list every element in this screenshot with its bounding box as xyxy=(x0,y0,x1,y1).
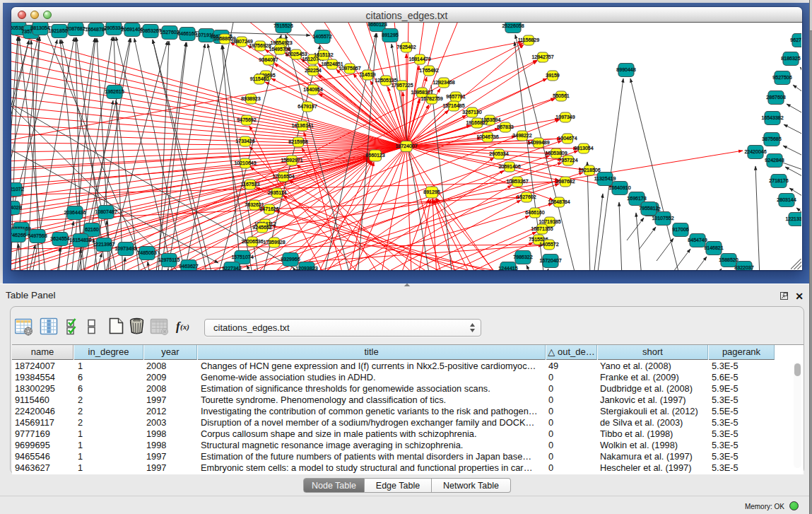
svg-text:1733426: 1733426 xyxy=(235,139,254,144)
svg-text:9227342: 9227342 xyxy=(222,266,241,270)
svg-text:9627505: 9627505 xyxy=(790,37,801,42)
svg-text:8471626: 8471626 xyxy=(259,206,278,211)
svg-text:9115460: 9115460 xyxy=(250,76,269,81)
svg-text:20206536: 20206536 xyxy=(241,239,263,244)
svg-text:7955812: 7955812 xyxy=(639,206,658,211)
svg-text:1696178: 1696178 xyxy=(627,196,646,201)
svg-text:16495798: 16495798 xyxy=(269,47,290,52)
svg-text:8660123: 8660123 xyxy=(367,23,387,27)
svg-text:12213349: 12213349 xyxy=(785,216,801,221)
svg-text:14136141: 14136141 xyxy=(291,123,313,128)
svg-text:114519: 114519 xyxy=(360,72,376,77)
svg-text:8215958: 8215958 xyxy=(288,139,307,144)
svg-text:19166827: 19166827 xyxy=(466,120,488,125)
svg-text:7357224: 7357224 xyxy=(558,158,577,163)
svg-text:20691406: 20691406 xyxy=(498,164,520,169)
svg-text:9242848: 9242848 xyxy=(765,158,784,163)
svg-text:8186325: 8186325 xyxy=(781,56,800,61)
svg-text:8813054: 8813054 xyxy=(574,146,593,151)
svg-text:3498222: 3498222 xyxy=(512,133,531,138)
svg-text:917006: 917006 xyxy=(672,227,688,232)
svg-text:2087682: 2087682 xyxy=(66,26,85,31)
svg-text:10046736: 10046736 xyxy=(476,134,498,139)
svg-text:16914479: 16914479 xyxy=(408,57,430,62)
svg-text:16640910: 16640910 xyxy=(608,185,630,190)
svg-text:8660123: 8660123 xyxy=(365,153,384,158)
svg-text:1097349: 1097349 xyxy=(555,115,575,119)
svg-text:746266: 746266 xyxy=(11,233,26,238)
svg-text:1244415: 1244415 xyxy=(498,266,517,270)
svg-text:7986322: 7986322 xyxy=(513,255,532,259)
svg-text:6466160: 6466160 xyxy=(525,210,544,215)
svg-text:2905334: 2905334 xyxy=(489,151,508,156)
svg-text:9146821: 9146821 xyxy=(704,245,723,250)
svg-text:10107552: 10107552 xyxy=(652,216,673,221)
svg-text:1527602: 1527602 xyxy=(160,30,179,35)
svg-text:1640954: 1640954 xyxy=(303,87,322,92)
svg-text:20364436: 20364436 xyxy=(64,210,86,215)
svg-text:1588520: 1588520 xyxy=(719,257,738,262)
svg-text:10975867: 10975867 xyxy=(339,66,360,71)
svg-text:8938923: 8938923 xyxy=(241,96,260,101)
svg-text:2718176: 2718176 xyxy=(769,178,788,183)
svg-text:9527506: 9527506 xyxy=(772,75,792,80)
svg-text:891295: 891295 xyxy=(382,33,398,37)
svg-text:3875685: 3875685 xyxy=(762,136,781,141)
svg-text:10807487: 10807487 xyxy=(95,209,117,214)
svg-text:891295: 891295 xyxy=(423,189,440,194)
svg-text:3624554: 3624554 xyxy=(50,236,69,241)
svg-text:16053809: 16053809 xyxy=(545,151,567,156)
svg-text:16648784: 16648784 xyxy=(548,199,570,204)
svg-text:16782759: 16782759 xyxy=(420,96,442,101)
svg-text:12505135: 12505135 xyxy=(375,78,396,83)
svg-text:15720407: 15720407 xyxy=(539,258,561,263)
svg-text:39159: 39159 xyxy=(546,73,560,78)
svg-text:10719185: 10719185 xyxy=(539,219,560,224)
svg-text:15716485: 15716485 xyxy=(442,103,464,108)
svg-text:10025453: 10025453 xyxy=(285,52,307,57)
svg-text:550561: 550561 xyxy=(553,93,569,98)
svg-text:3267130: 3267130 xyxy=(462,110,481,115)
svg-text:8990448: 8990448 xyxy=(616,67,635,72)
svg-text:6497568: 6497568 xyxy=(28,233,47,238)
svg-text:2935114: 2935114 xyxy=(268,190,287,195)
svg-text:17016504: 17016504 xyxy=(272,174,294,179)
svg-text:22420046: 22420046 xyxy=(744,149,766,154)
svg-text:15692971: 15692971 xyxy=(281,158,302,163)
svg-text:1621072: 1621072 xyxy=(11,187,24,192)
svg-text:8454749: 8454749 xyxy=(688,238,707,243)
svg-text:19756928: 19756928 xyxy=(249,43,271,48)
svg-text:8813054: 8813054 xyxy=(30,25,49,30)
svg-text:11156829: 11156829 xyxy=(518,37,539,42)
svg-text:10853267: 10853267 xyxy=(139,28,161,33)
svg-text:12213967: 12213967 xyxy=(93,242,114,247)
svg-text:867833: 867833 xyxy=(497,124,513,129)
svg-text:7625402: 7625402 xyxy=(396,45,416,49)
svg-text:1362615: 1362615 xyxy=(105,89,124,94)
svg-text:1527602: 1527602 xyxy=(517,194,536,199)
svg-text:2803144: 2803144 xyxy=(777,197,796,202)
svg-text:252254: 252254 xyxy=(305,68,321,73)
svg-text:10853267: 10853267 xyxy=(506,179,528,184)
svg-text:9463627: 9463627 xyxy=(179,264,198,269)
svg-text:25226058: 25226058 xyxy=(502,23,524,28)
svg-text:10973493: 10973493 xyxy=(114,246,136,251)
svg-text:12975115: 12975115 xyxy=(158,257,180,262)
svg-text:9329966: 9329966 xyxy=(281,257,300,262)
svg-text:17957225: 17957225 xyxy=(391,83,413,88)
svg-text:1405572: 1405572 xyxy=(539,242,558,247)
svg-text:11325419: 11325419 xyxy=(594,176,616,181)
svg-text:1405572: 1405572 xyxy=(312,34,331,39)
svg-text:(x): (x) xyxy=(180,322,189,332)
svg-text:16543382: 16543382 xyxy=(761,115,783,120)
svg-text:16154838: 16154838 xyxy=(69,238,91,243)
svg-text:9475692: 9475692 xyxy=(237,117,256,122)
svg-text:10210643: 10210643 xyxy=(234,160,256,165)
svg-text:16671355: 16671355 xyxy=(531,226,553,231)
svg-text:7515526: 7515526 xyxy=(273,23,293,28)
svg-text:6466160: 6466160 xyxy=(177,31,196,36)
svg-text:8322037: 8322037 xyxy=(734,265,753,270)
svg-text:18724007: 18724007 xyxy=(395,144,417,148)
svg-text:2867608: 2867608 xyxy=(766,95,785,100)
svg-text:2087682: 2087682 xyxy=(555,179,575,184)
